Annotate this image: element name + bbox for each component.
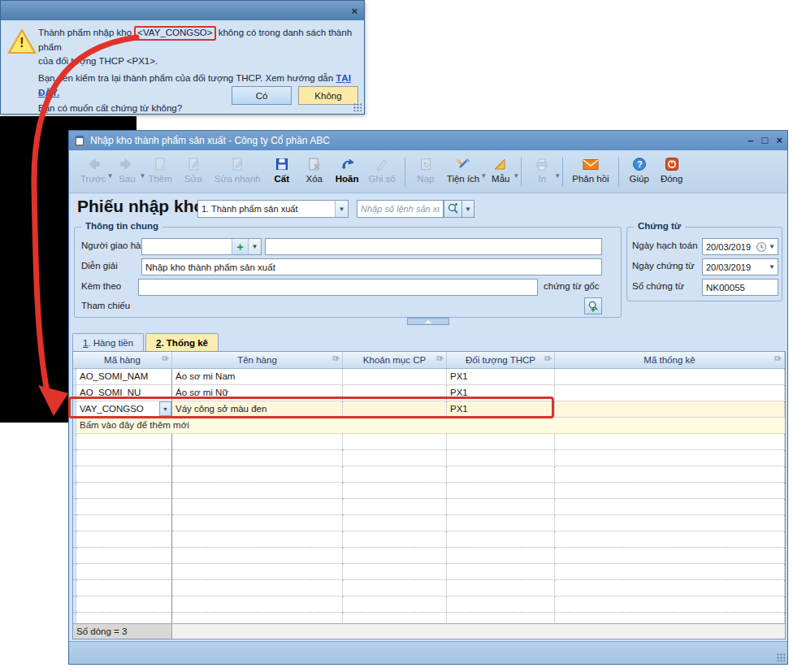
chevron-down-icon[interactable]: ▼ bbox=[769, 243, 775, 250]
toolbar-button-label: Xóa bbox=[306, 174, 323, 184]
table-cell[interactable] bbox=[555, 401, 785, 418]
black-backdrop-top bbox=[0, 116, 136, 131]
dialog-close-icon[interactable]: × bbox=[351, 5, 358, 17]
template-ruler-icon bbox=[492, 155, 509, 173]
chevron-down-icon[interactable]: ▼ bbox=[335, 201, 348, 217]
toolbar-button-giup[interactable]: ?Giúp bbox=[623, 153, 656, 191]
toolbar-button-label: Thêm bbox=[148, 174, 171, 184]
table-row bbox=[73, 434, 785, 450]
posting-date-value: 20/03/2019 bbox=[703, 242, 756, 252]
table-row[interactable]: AO_SOMI_NAMÁo sơ mi NamPX1 bbox=[73, 369, 785, 385]
table-row bbox=[73, 515, 785, 531]
original-doc-label: chứng từ gốc bbox=[544, 281, 599, 291]
column-header-2[interactable]: Tên hàng bbox=[172, 352, 343, 368]
document-number-field[interactable] bbox=[702, 279, 778, 296]
description-field[interactable] bbox=[141, 258, 602, 275]
toolbar: Trước▼Sau▼ThêmSửaSửa nhanhCấtXóaHoãnGhi … bbox=[69, 150, 787, 193]
column-header-label: Tên hàng bbox=[237, 355, 277, 365]
posting-date-picker[interactable]: 20/03/2019 ▼ bbox=[702, 238, 778, 255]
table-cell bbox=[447, 499, 555, 515]
svg-text:?: ? bbox=[637, 159, 643, 169]
table-cell bbox=[343, 434, 447, 450]
feedback-envelope-icon bbox=[582, 155, 600, 173]
table-cell bbox=[343, 548, 447, 564]
table-row bbox=[73, 531, 785, 548]
back-arrow-icon bbox=[85, 155, 102, 173]
toolbar-button-label: Cất bbox=[275, 174, 290, 184]
table-cell bbox=[172, 596, 343, 613]
table-cell bbox=[447, 548, 555, 564]
toolbar-button-label: Mẫu bbox=[492, 174, 509, 184]
message-text: Bạn nên kiểm tra lại thành phẩm của đối … bbox=[38, 73, 336, 83]
table-row bbox=[73, 483, 785, 499]
toolbar-button-label: Sửa nhanh bbox=[214, 174, 261, 184]
toolbar-button-cat[interactable]: Cất bbox=[266, 153, 298, 191]
table-cell bbox=[76, 596, 172, 613]
toolbar-button-tien-ich[interactable]: Tiện ích▼ bbox=[442, 153, 484, 191]
forward-arrow-icon bbox=[119, 155, 135, 173]
table-cell[interactable]: AO_SOMI_NAM bbox=[76, 369, 172, 385]
deliverer-name-field[interactable] bbox=[265, 238, 602, 255]
toolbar-button-phan-hoi[interactable]: Phản hồi bbox=[567, 153, 613, 191]
table-cell bbox=[172, 515, 343, 531]
column-header-4[interactable]: Đối tượng THCP bbox=[447, 352, 555, 368]
table-cell[interactable]: Áo sơ mi Nam bbox=[172, 369, 343, 385]
table-cell[interactable] bbox=[343, 369, 447, 385]
document-group-label: Chứng từ bbox=[634, 221, 685, 231]
toolbar-button-xoa[interactable]: Xóa bbox=[298, 153, 331, 191]
add-plus-icon[interactable]: + bbox=[232, 239, 248, 254]
voucher-type-value: 1. Thành phẩm sản xuất bbox=[198, 204, 335, 214]
table-cell bbox=[343, 531, 447, 548]
table-cell bbox=[343, 515, 447, 531]
save-floppy-icon bbox=[275, 155, 289, 173]
help-circle-icon: ? bbox=[632, 155, 647, 173]
tab-2-thong-ke[interactable]: 2. Thống kê bbox=[145, 333, 219, 351]
search-input[interactable] bbox=[357, 200, 444, 218]
table-cell[interactable] bbox=[555, 385, 785, 401]
chevron-down-icon[interactable]: ▼ bbox=[554, 172, 561, 180]
table-cell bbox=[343, 483, 447, 499]
column-header-5[interactable]: Mã thống kê bbox=[555, 352, 785, 368]
table-cell[interactable] bbox=[555, 369, 785, 385]
toolbar-button-label: Phản hồi bbox=[572, 174, 609, 184]
tab-1-hang-tien[interactable]: 1. Hàng tiền bbox=[72, 333, 144, 351]
collapse-splitter[interactable] bbox=[407, 318, 449, 325]
table-cell[interactable]: PX1 bbox=[447, 369, 555, 385]
column-header-1[interactable]: Mã hàng bbox=[73, 352, 172, 368]
chevron-down-icon[interactable]: ▼ bbox=[248, 239, 261, 254]
deliverer-combo[interactable]: + ▼ bbox=[141, 238, 262, 255]
table-cell bbox=[447, 596, 555, 613]
column-header-label: Mã thống kê bbox=[644, 355, 695, 365]
table-cell bbox=[172, 564, 343, 580]
toolbar-button-đong[interactable]: Đóng bbox=[656, 153, 688, 191]
table-cell bbox=[447, 466, 555, 483]
maximize-icon[interactable]: □ bbox=[762, 135, 769, 146]
chevron-down-icon[interactable]: ▼ bbox=[513, 172, 519, 180]
resize-grip[interactable] bbox=[777, 653, 785, 661]
table-cell bbox=[76, 580, 172, 596]
toolbar-button-hoan[interactable]: Hoãn bbox=[331, 153, 364, 191]
document-date-picker[interactable]: 20/03/2019 ▼ bbox=[702, 258, 778, 275]
table-cell bbox=[343, 499, 447, 515]
reference-lookup-button[interactable] bbox=[584, 297, 602, 314]
table-row bbox=[73, 450, 785, 466]
table-cell[interactable]: Bấm vào đây để thêm mới bbox=[76, 418, 785, 434]
row-highlight-annotation bbox=[68, 397, 554, 418]
voucher-type-combo[interactable]: 1. Thành phẩm sản xuất ▼ bbox=[197, 200, 349, 218]
toolbar-button-label: Trước bbox=[80, 174, 106, 184]
table-cell bbox=[447, 483, 555, 499]
close-icon[interactable]: × bbox=[776, 135, 782, 146]
search-plus-button[interactable] bbox=[444, 200, 462, 218]
table-row bbox=[73, 499, 785, 515]
minimize-icon[interactable]: – bbox=[748, 135, 753, 146]
chevron-down-icon[interactable]: ▼ bbox=[769, 263, 775, 271]
column-header-3[interactable]: Khoản mục CP bbox=[343, 352, 447, 368]
undo-arrow-icon bbox=[339, 155, 355, 173]
yes-button[interactable]: Có bbox=[232, 86, 292, 105]
attachment-field[interactable] bbox=[138, 279, 538, 296]
toolbar-button-mau[interactable]: Mẫu▼ bbox=[484, 153, 517, 191]
search-options-chevron-icon[interactable]: ▼ bbox=[462, 200, 474, 218]
add-new-row[interactable]: Bấm vào đây để thêm mới bbox=[73, 418, 785, 434]
document-number-label: Số chứng từ bbox=[632, 281, 684, 291]
no-button[interactable]: Không bbox=[298, 86, 358, 105]
